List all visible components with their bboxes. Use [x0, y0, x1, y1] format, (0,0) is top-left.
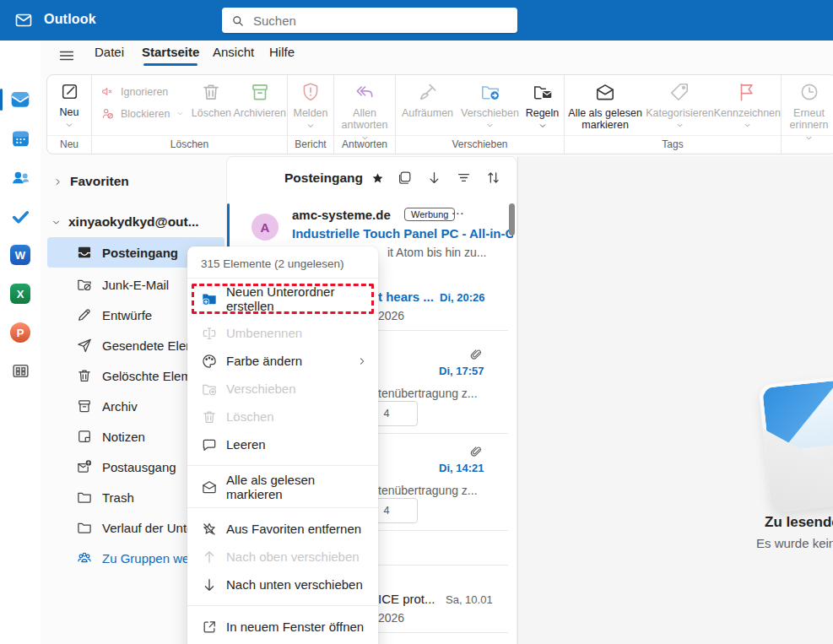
tab-ansicht[interactable]: Ansicht — [213, 45, 254, 59]
more-options-icon[interactable]: ... — [452, 203, 465, 217]
group-label-tags: Tags — [565, 135, 781, 154]
rail-people-icon[interactable] — [9, 166, 31, 188]
ribbon-group-tags: Alle als gelesen markieren Kategorisiere… — [565, 75, 782, 154]
attachment-icon — [468, 444, 484, 459]
rail-todo-icon[interactable] — [9, 205, 31, 227]
move-to-button[interactable]: Verschieben — [458, 75, 522, 130]
rules-button[interactable]: Regeln — [522, 75, 563, 131]
menu-item-neues-fenster[interactable]: In neuem Fenster öffnen — [187, 613, 378, 641]
favorites-header[interactable]: Favoriten — [52, 166, 129, 197]
menu-item-leeren[interactable]: Leeren — [187, 430, 378, 458]
flag-label: Kennzeichnen — [714, 107, 781, 119]
reading-pane: Zu lesendes Es wurde keine — [517, 156, 833, 644]
sent-plane-icon — [76, 337, 93, 354]
block-button[interactable]: Blockieren — [100, 106, 185, 121]
search-icon — [230, 14, 245, 28]
hamburger-menu-icon[interactable] — [57, 46, 76, 65]
menu-divider — [187, 507, 378, 508]
search-box[interactable] — [222, 8, 517, 33]
menu-item-aus-favoriten[interactable]: Aus Favoriten entfernen — [187, 515, 378, 543]
junk-folder-icon — [76, 276, 93, 293]
reply-all-icon — [354, 81, 376, 103]
ignore-button[interactable]: Ignorieren — [100, 84, 185, 99]
email-subject[interactable]: Industrielle Touch Panel PC - All-in-O — [292, 226, 513, 241]
ribbon-group-loeschen: Ignorieren Blockieren Löschen Archiviere… — [92, 75, 288, 154]
app-rail: W X P — [0, 41, 41, 644]
folder-mail-icon — [532, 81, 554, 103]
account-header[interactable]: xinyaokydkyd@out... — [51, 207, 199, 237]
flag-button[interactable]: Kennzeichnen — [714, 75, 781, 130]
tab-datei[interactable]: Datei — [95, 45, 124, 59]
avatar[interactable]: A — [252, 214, 279, 241]
list-scrollbar[interactable] — [509, 203, 515, 235]
sweep-label: Aufräumen — [402, 107, 453, 119]
favorite-star-icon[interactable] — [371, 171, 385, 186]
menu-item-nach-unten[interactable]: Nach unten verschieben — [187, 571, 378, 598]
move-down-icon[interactable] — [426, 170, 442, 186]
menu-item-loeschen[interactable]: Löschen — [187, 403, 378, 430]
move-to-label: Verschieben — [461, 107, 519, 119]
reply-all-button[interactable]: Allen antworten — [335, 75, 394, 143]
menu-item-alle-gelesen[interactable]: Alle als gelesen markieren — [187, 473, 378, 501]
email-subject[interactable]: ICE prot... — [378, 592, 435, 606]
menu-item-umbenennen[interactable]: Umbenennen — [187, 319, 378, 347]
tab-hilfe[interactable]: Hilfe — [269, 45, 295, 59]
rail-more-apps-icon[interactable] — [9, 360, 31, 382]
rail-word-icon[interactable]: W — [9, 244, 31, 266]
rail-excel-icon[interactable]: X — [9, 283, 31, 305]
arrow-down-icon — [201, 576, 218, 593]
rename-icon — [201, 325, 218, 342]
menu-item-neuer-unterordner[interactable]: Neuen Unterordner erstellen — [192, 284, 374, 314]
chevron-down-icon — [64, 120, 74, 130]
message-list-header: Posteingang — [227, 157, 517, 199]
clock-icon — [798, 81, 820, 103]
snooze-button[interactable]: Erneut erinnern — [782, 75, 833, 143]
tag-icon — [668, 81, 690, 103]
outlook-logo-icon — [14, 10, 34, 30]
snooze-label: Erneut erinnern — [782, 107, 833, 132]
ribbon-group-neu: Neu Neu — [47, 75, 92, 154]
open-window-icon — [201, 619, 218, 636]
folder-move-icon — [201, 381, 218, 398]
menu-divider — [187, 465, 378, 466]
trash-icon — [200, 81, 222, 103]
report-button[interactable]: Melden — [294, 75, 328, 131]
archive-icon — [249, 81, 271, 103]
empty-state-heading: Zu lesendes — [765, 514, 833, 531]
archive-icon — [76, 398, 93, 414]
email-preview: 2026 — [378, 611, 404, 625]
rail-active-indicator — [0, 89, 3, 111]
ignore-label: Ignorieren — [121, 86, 168, 98]
delete-button[interactable]: Löschen — [190, 75, 232, 119]
rail-powerpoint-icon[interactable]: P — [9, 322, 31, 344]
trash-icon — [201, 409, 218, 425]
archive-button[interactable]: Archivieren — [233, 75, 287, 119]
mail-open-icon — [594, 81, 616, 103]
tab-startseite[interactable]: Startseite — [142, 45, 199, 59]
account-label: xinyaokydkyd@out... — [68, 214, 199, 230]
search-input[interactable] — [252, 13, 517, 29]
menu-item-nach-oben[interactable]: Nach oben verschieben — [187, 543, 378, 571]
filter-icon[interactable] — [456, 170, 472, 186]
email-time: Sa, 10.01 — [446, 593, 493, 606]
attachment-icon — [468, 347, 484, 362]
menu-item-farbe-aendern[interactable]: Farbe ändern — [187, 347, 378, 375]
menu-bar: Datei Startseite Ansicht Hilfe — [41, 41, 833, 71]
palette-icon — [201, 353, 218, 370]
email-sender[interactable]: amc-systeme.de — [292, 208, 391, 222]
categorize-button[interactable]: Kategorisieren — [646, 75, 714, 130]
menu-item-verschieben[interactable]: Verschieben — [187, 375, 378, 403]
favorites-label: Favoriten — [70, 174, 129, 189]
mark-all-read-button[interactable]: Alle als gelesen markieren — [565, 75, 646, 132]
context-menu-count: 315 Elemente (2 ungelesen) — [187, 255, 378, 278]
rail-mail-icon[interactable] — [9, 89, 31, 111]
trash-icon — [76, 367, 93, 384]
drafts-pencil-icon — [76, 306, 93, 323]
sort-icon[interactable] — [485, 170, 501, 186]
select-mode-icon[interactable] — [397, 170, 413, 186]
rules-label: Regeln — [526, 107, 560, 119]
new-mail-button[interactable]: Neu — [59, 75, 80, 130]
sweep-button[interactable]: Aufräumen — [398, 75, 458, 119]
email-subject[interactable]: t hears ... — [378, 290, 434, 304]
rail-calendar-icon[interactable] — [9, 127, 31, 149]
